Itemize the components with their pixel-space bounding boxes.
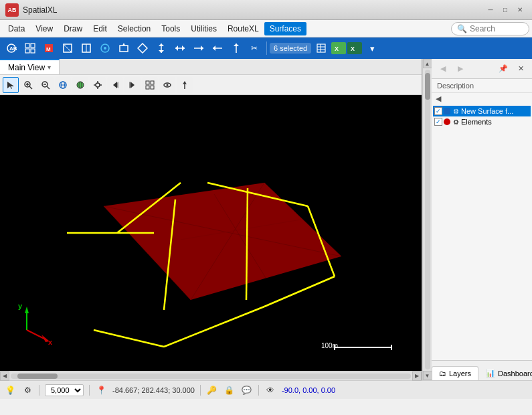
tb-icon11[interactable]: [190, 39, 207, 57]
panel-back-button[interactable]: ◀: [436, 62, 450, 76]
menu-routexl[interactable]: RouteXL: [222, 22, 264, 35]
view-angle-display: -90.0, 0.00, 0.00: [282, 386, 335, 394]
tb-icon-table[interactable]: [313, 39, 330, 57]
svg-line-78: [164, 307, 264, 347]
3d-viewport[interactable]: y x 100m: [0, 95, 422, 371]
svg-text:y: y: [18, 302, 23, 310]
grid-button[interactable]: [142, 77, 158, 93]
tb-icon7[interactable]: [115, 39, 132, 57]
status-sep-4: [258, 385, 259, 396]
svg-rect-3: [31, 44, 35, 48]
zoom-in-button[interactable]: [20, 77, 36, 93]
menu-tools[interactable]: Tools: [156, 22, 185, 35]
vertical-scrollbar[interactable]: ▲ ▼: [422, 59, 432, 380]
svg-marker-19: [159, 50, 164, 53]
svg-line-9: [64, 44, 72, 52]
main-view-tab[interactable]: Main View ▾: [0, 59, 60, 74]
location-icon[interactable]: 📍: [95, 384, 107, 396]
tb-icon6[interactable]: [96, 39, 114, 57]
svg-line-79: [94, 330, 164, 347]
svg-rect-59: [151, 81, 154, 84]
settings-button[interactable]: [90, 77, 106, 93]
v-scroll-thumb[interactable]: [425, 73, 430, 100]
horizontal-scrollbar[interactable]: ◀ ▶: [0, 371, 422, 380]
menu-surfaces[interactable]: Surfaces: [264, 22, 306, 35]
svg-text:✂: ✂: [251, 44, 258, 53]
tb-dropdown[interactable]: ▾: [363, 39, 381, 57]
maximize-button[interactable]: □: [499, 3, 512, 17]
panel-close-button[interactable]: ✕: [513, 62, 528, 76]
main-toolbar: AB M ✂ 6 selected X: [0, 37, 532, 59]
tree-collapse-btn[interactable]: ◀: [432, 93, 532, 104]
light-bulb-icon[interactable]: 💡: [4, 384, 16, 396]
scroll-down-arrow[interactable]: ▼: [423, 371, 432, 380]
message-icon[interactable]: 💬: [241, 384, 253, 396]
next-button[interactable]: [124, 77, 141, 93]
svg-text:M: M: [46, 46, 51, 52]
scroll-right-arrow[interactable]: ▶: [412, 371, 422, 381]
v-scroll-track[interactable]: [425, 70, 430, 369]
tab-dashboards[interactable]: 📊 Dashboards: [478, 365, 532, 380]
minimize-button[interactable]: ─: [484, 3, 497, 17]
zoom-out-button[interactable]: [37, 77, 54, 93]
tb-icon5[interactable]: [78, 39, 95, 57]
tb-icon2[interactable]: [21, 39, 39, 57]
tree-gear-elements: ⚙: [452, 118, 460, 126]
app-title: SpatialXL: [23, 5, 484, 15]
panel-content: Description ◀ ✓ ⚙ New Surface f... ✓ ⚙ E…: [432, 79, 532, 360]
tb-excel-button[interactable]: X: [347, 42, 362, 54]
panel-forward-button[interactable]: ▶: [453, 62, 468, 76]
svg-marker-18: [159, 44, 164, 46]
menu-edit[interactable]: Edit: [88, 22, 112, 35]
tb-icon1[interactable]: AB: [3, 39, 20, 57]
tb-icon-scissors[interactable]: ✂: [246, 39, 264, 57]
globe2-button[interactable]: [72, 77, 88, 93]
menu-selection[interactable]: Selection: [112, 22, 156, 35]
status-sep-1: [39, 385, 39, 396]
scroll-thumb[interactable]: [17, 374, 58, 379]
tb-icon12[interactable]: [209, 39, 226, 57]
lock-icon[interactable]: 🔒: [224, 384, 236, 396]
menu-utilities[interactable]: Utilities: [185, 22, 222, 35]
tree-checkbox-new-surface[interactable]: ✓: [434, 107, 442, 115]
settings-status-icon[interactable]: ⚙: [21, 384, 33, 396]
key-icon[interactable]: 🔑: [206, 384, 218, 396]
scroll-up-arrow[interactable]: ▲: [423, 59, 432, 68]
svg-marker-83: [25, 307, 29, 313]
toolbar-separator: [266, 42, 267, 55]
search-input[interactable]: [470, 24, 523, 33]
tab-close-icon[interactable]: ▾: [48, 64, 51, 71]
prev-button[interactable]: [107, 77, 123, 93]
tree-item-elements[interactable]: ✓ ⚙ Elements: [433, 116, 531, 127]
scale-selector[interactable]: 5,000: [45, 384, 84, 396]
tb-icon10[interactable]: [171, 39, 189, 57]
svg-rect-2: [25, 44, 29, 48]
panel-pin-button[interactable]: 📌: [496, 62, 511, 76]
search-icon: 🔍: [457, 24, 467, 33]
eye-status-icon[interactable]: 👁: [264, 384, 276, 396]
svg-text:X: X: [335, 46, 339, 52]
pin-button[interactable]: [177, 77, 193, 93]
select-tool-button[interactable]: [3, 77, 19, 93]
tb-icon4[interactable]: [59, 39, 76, 57]
tb-green-button[interactable]: X: [331, 42, 346, 54]
scroll-track[interactable]: [11, 374, 411, 379]
menu-data[interactable]: Data: [3, 22, 30, 35]
tb-icon3[interactable]: M: [40, 39, 58, 57]
menu-view[interactable]: View: [30, 22, 58, 35]
tree-item-new-surface[interactable]: ✓ ⚙ New Surface f...: [433, 106, 531, 116]
eye-button[interactable]: [159, 77, 175, 93]
tb-icon8[interactable]: [134, 39, 151, 57]
svg-marker-26: [213, 46, 215, 51]
tb-icon13[interactable]: [228, 39, 245, 57]
globe-button[interactable]: [55, 77, 71, 93]
menu-draw[interactable]: Draw: [58, 22, 88, 35]
tree-checkbox-elements[interactable]: ✓: [434, 118, 442, 126]
svg-text:AB: AB: [9, 46, 17, 52]
scroll-left-arrow[interactable]: ◀: [0, 371, 9, 381]
tab-layers[interactable]: 🗂 Layers: [432, 366, 478, 380]
close-button[interactable]: ✕: [513, 3, 527, 17]
tb-icon9[interactable]: [153, 39, 170, 57]
map-toolbar: [0, 75, 422, 95]
tree-dot-new-surface: [444, 108, 450, 114]
